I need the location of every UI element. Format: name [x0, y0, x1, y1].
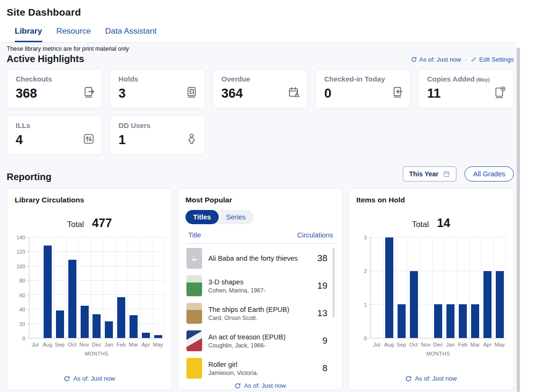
dot-separator: ·	[465, 56, 467, 63]
as-of-label: As of: Just now	[419, 56, 461, 63]
page-scrollbar-thumb[interactable]	[517, 47, 520, 392]
bar-oct	[410, 271, 418, 338]
image-placeholder-icon	[190, 254, 199, 263]
year-filter-label: This Year	[409, 170, 438, 178]
card-label: Checkouts	[16, 75, 52, 83]
x-tick-label: Sep	[395, 342, 408, 347]
card-label: Checked-in Today	[324, 75, 385, 83]
active-highlights-title: Active Highlights	[7, 54, 84, 64]
card-label-row: Overdue	[222, 75, 301, 83]
circulation-count: 19	[317, 281, 327, 291]
x-axis-labels: JulAugSepOctNovDecJanFebMarAprMay	[371, 342, 506, 347]
reporting-panels: Library Circulations Total477 0204060801…	[7, 188, 514, 390]
card-label: Holds	[119, 75, 139, 83]
bar-slot	[78, 237, 91, 338]
circulation-count: 38	[317, 253, 327, 264]
tab-bar: LibraryResourceData Assistant	[15, 27, 517, 42]
book-title: 3-D shapes	[208, 278, 311, 286]
panel-as-of[interactable]: As of: Just now	[356, 375, 506, 383]
highlight-card: Copies Added(May) 11	[418, 69, 514, 109]
x-tick-label: Aug	[383, 342, 395, 347]
panel-title: Library Circulations	[15, 196, 164, 204]
y-tick-label: 20	[19, 321, 25, 327]
bar-slot	[481, 237, 493, 338]
highlight-card: Overdue 364	[213, 69, 308, 109]
card-value: 11	[427, 86, 441, 101]
site-dashboard-app: Site Dashboard LibraryResourceData Assis…	[0, 0, 538, 392]
card-label: DD Users	[119, 121, 151, 129]
tab-resource[interactable]: Resource	[56, 27, 91, 42]
popular-title-row[interactable]: An act of treason (EPUB) Coughlin, Jack,…	[186, 327, 329, 355]
book-cover-thumbnail	[186, 248, 202, 269]
list-scrollbar[interactable]	[333, 247, 334, 318]
bar-slot	[54, 237, 66, 338]
bars	[29, 237, 164, 338]
book-author: Jamieson, Victoria.	[208, 370, 316, 376]
grades-filter-label: All Grades	[473, 170, 505, 178]
refresh-icon	[405, 375, 412, 382]
book-hold-icon: H	[185, 86, 198, 101]
x-tick-label: Nov	[78, 342, 91, 347]
total-label: Total	[412, 220, 429, 229]
year-filter-button[interactable]: This Year	[403, 166, 456, 182]
bar-slot	[493, 237, 506, 338]
x-tick-label: Dec	[91, 342, 103, 347]
bar-slot	[115, 237, 128, 338]
refresh-icon	[234, 383, 241, 389]
book-author: Card, Orson Scott.	[208, 315, 311, 321]
card-label: Copies Added	[427, 75, 474, 83]
tab-library[interactable]: Library	[15, 27, 42, 42]
x-tick-label: Apr	[139, 342, 152, 347]
y-tick-label: 3	[364, 235, 367, 240]
bar-slot	[396, 237, 408, 338]
panel-as-of[interactable]: As of: Just now	[186, 382, 335, 390]
highlight-card: Holds 3 H	[110, 69, 205, 109]
as-of-refresh[interactable]: As of: Just now	[411, 56, 461, 63]
popular-title-row[interactable]: The ships of Earth (EPUB) Card, Orson Sc…	[186, 300, 329, 327]
tab-data-assistant[interactable]: Data Assistant	[105, 27, 157, 42]
popular-title-row[interactable]: Ali Baba and the forty thieves 38	[186, 245, 329, 272]
bar-slot	[432, 237, 445, 338]
edit-settings-link[interactable]: Edit Settings	[471, 56, 514, 63]
highlight-card: Checked-in Today 0	[315, 69, 411, 109]
grades-filter-button[interactable]: All Grades	[464, 166, 514, 182]
bar-slot	[469, 237, 482, 338]
bar-slot	[139, 237, 152, 338]
book-title: An act of treason (EPUB)	[208, 333, 316, 341]
reporting-header: Reporting This Year All Grades	[7, 166, 514, 182]
bar-jan	[105, 321, 113, 338]
pencil-icon	[471, 56, 477, 63]
bar-may	[496, 271, 504, 338]
toggle-titles[interactable]: Titles	[186, 210, 219, 224]
panel-as-of[interactable]: As of: Just now	[15, 375, 164, 383]
bar-slot	[128, 237, 140, 338]
y-tick-label: 40	[19, 307, 25, 312]
bar-slot	[91, 237, 103, 338]
edit-settings-label: Edit Settings	[479, 56, 514, 63]
bar-slot	[408, 237, 420, 338]
popular-title-row[interactable]: Roller girl Jamieson, Victoria. 8	[186, 355, 329, 382]
metrics-note: These library metrics are for print mate…	[7, 46, 514, 52]
y-tick-label: 0	[22, 336, 25, 341]
bar-dec	[434, 304, 442, 338]
bar-slot	[42, 237, 54, 338]
highlights-meta: As of: Just now · Edit Settings	[411, 56, 514, 64]
refresh-icon	[411, 56, 417, 63]
book-title: Roller girl	[208, 361, 316, 368]
as-of-label: As of: Just now	[244, 382, 286, 389]
holds-bar-chart: 0123 JulAugSepOctNovDecJanFebMarAprMay M…	[356, 237, 506, 356]
bar-slot	[103, 237, 115, 338]
total-row: Total477	[15, 216, 164, 230]
card-value: 368	[16, 86, 37, 101]
book-checkout-icon	[82, 86, 95, 101]
bar-slot	[29, 237, 42, 338]
bar-sep	[56, 310, 64, 338]
bar-sep	[398, 304, 406, 338]
toggle-series[interactable]: Series	[219, 210, 253, 224]
titles-series-toggle: Titles Series	[186, 210, 253, 224]
book-cover-thumbnail	[186, 358, 202, 379]
panel-title: Most Popular	[186, 196, 335, 204]
x-tick-label: Jan	[444, 342, 456, 347]
book-cover-thumbnail	[186, 303, 202, 324]
popular-title-row[interactable]: 3-D shapes Cohen, Marina, 1967- 19	[186, 272, 329, 300]
